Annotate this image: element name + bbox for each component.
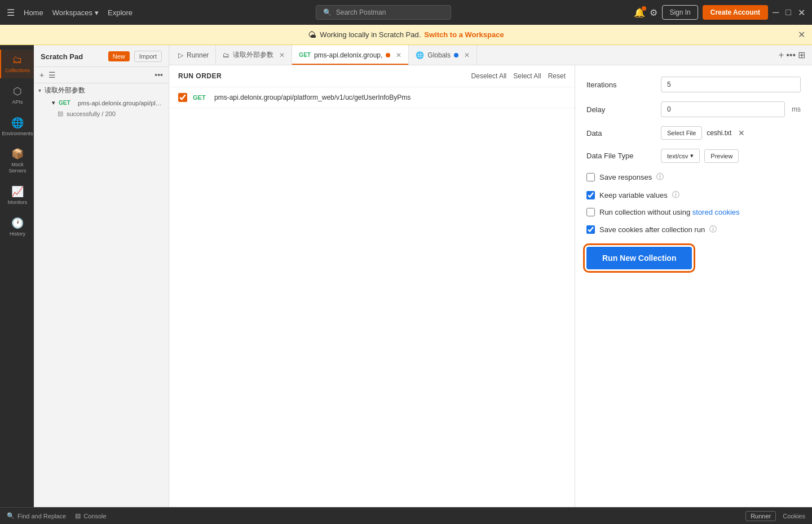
keep-variable-row: Keep variable values ⓘ xyxy=(586,190,801,200)
data-type-row: text/csv ▾ Preview xyxy=(661,149,801,163)
sidebar-item-mock-servers[interactable]: 📦 Mock Servers xyxy=(0,143,34,179)
get-method-badge: GET xyxy=(59,100,74,106)
add-collection-button[interactable]: + xyxy=(39,70,44,79)
save-responses-checkbox[interactable] xyxy=(586,173,595,181)
console-item[interactable]: ▤ Console xyxy=(75,512,106,519)
reset-button[interactable]: Reset xyxy=(548,72,566,80)
run-without-cookies-checkbox[interactable] xyxy=(586,208,595,216)
delay-row: Delay ms xyxy=(586,101,801,117)
sidebar-apis-label: APIs xyxy=(12,99,23,105)
more-options-button[interactable]: ••• xyxy=(155,70,163,79)
close-button[interactable]: ✕ xyxy=(798,7,805,18)
delay-input[interactable] xyxy=(661,101,785,117)
globals-tab-close[interactable]: ✕ xyxy=(464,51,470,59)
globals-tab-icon: 🌐 xyxy=(416,51,424,59)
icon-sidebar: 🗂 Collections ⬡ APIs 🌐 Environments 📦 Mo… xyxy=(0,45,34,507)
tab-actions: + ••• ⊞ xyxy=(779,50,810,60)
find-replace-item[interactable]: 🔍 Find and Replace xyxy=(7,512,66,519)
tab-globals[interactable]: 🌐 Globals ✕ xyxy=(409,45,477,65)
bottom-bar: 🔍 Find and Replace ▤ Console Runner Cook… xyxy=(0,507,812,524)
iterations-row: Iterations xyxy=(586,77,801,92)
notice-text: Working locally in Scratch Pad. xyxy=(320,30,421,39)
sidebar-environments-label: Environments xyxy=(2,131,33,137)
title-bar-right: 🔔 ⚙ Sign In Create Account ─ □ ✕ xyxy=(634,5,805,20)
response-icon: ▤ xyxy=(58,110,63,117)
save-responses-info[interactable]: ⓘ xyxy=(656,172,664,182)
save-responses-row: Save responses ⓘ xyxy=(586,172,801,182)
delay-suffix: ms xyxy=(792,105,801,113)
nav-home[interactable]: Home xyxy=(24,8,43,17)
runner-bottom-button[interactable]: Runner xyxy=(745,511,776,521)
notice-icon: 🌤 xyxy=(308,30,316,39)
run-new-collection-button[interactable]: Run New Collection xyxy=(586,247,692,269)
notice-bar: 🌤 Working locally in Scratch Pad. Switch… xyxy=(0,25,812,45)
request-tab-label: pms-api.delonix.group, xyxy=(314,51,382,59)
request-checkbox[interactable] xyxy=(178,93,187,102)
tab-request[interactable]: GET pms-api.delonix.group, ✕ xyxy=(292,45,409,65)
switch-workspace-link[interactable]: Switch to a Workspace xyxy=(424,30,504,39)
keep-variable-checkbox[interactable] xyxy=(586,191,595,199)
request-tab-close[interactable]: ✕ xyxy=(396,51,401,59)
request-tree-item[interactable]: ▾ GET pms-api.delonix.group/api/platf... xyxy=(34,97,169,108)
cookies-label[interactable]: Cookies xyxy=(783,513,805,519)
sidebar-item-collections[interactable]: 🗂 Collections xyxy=(0,50,34,78)
sidebar-collections-label: Collections xyxy=(5,68,30,74)
more-tabs-button[interactable]: ••• xyxy=(786,50,796,60)
nav-workspaces[interactable]: Workspaces ▾ xyxy=(52,8,99,17)
search-bar[interactable]: 🔍 Search Postman xyxy=(316,5,451,20)
collection-tab-label: 读取外部参数 xyxy=(233,50,273,60)
history-icon: 🕐 xyxy=(11,217,24,229)
data-file-type-row: Data File Type text/csv ▾ Preview xyxy=(586,149,801,163)
collection-tree-item[interactable]: ▾ 读取外部参数 xyxy=(34,83,169,97)
keep-variable-label: Keep variable values xyxy=(599,191,668,199)
panel-actions: New Import xyxy=(108,51,162,62)
data-type-select[interactable]: text/csv ▾ xyxy=(661,149,700,163)
sidebar-item-history[interactable]: 🕐 History xyxy=(0,212,34,242)
apis-icon: ⬡ xyxy=(13,85,22,97)
iterations-input[interactable] xyxy=(661,77,801,92)
chevron-down-icon: ▾ xyxy=(52,99,55,106)
save-cookies-checkbox[interactable] xyxy=(586,225,595,234)
select-all-button[interactable]: Select All xyxy=(513,72,541,80)
preview-button[interactable]: Preview xyxy=(704,149,739,163)
data-file-type-label: Data File Type xyxy=(586,152,654,160)
console-icon: ▤ xyxy=(75,512,81,519)
sidebar-history-label: History xyxy=(10,231,25,237)
deselect-all-button[interactable]: Deselect All xyxy=(471,72,507,80)
maximize-button[interactable]: □ xyxy=(785,7,791,17)
collection-tab-icon: 🗂 xyxy=(223,51,230,59)
bottom-right: Runner Cookies xyxy=(745,511,805,521)
import-button[interactable]: Import xyxy=(134,51,162,62)
menu-icon[interactable]: ☰ xyxy=(7,7,15,18)
globals-unsaved-dot xyxy=(454,53,458,57)
response-label: successfully / 200 xyxy=(67,110,116,117)
create-account-button[interactable]: Create Account xyxy=(703,5,768,20)
sidebar-item-monitors[interactable]: 📈 Monitors xyxy=(0,181,34,210)
select-file-button[interactable]: Select File xyxy=(661,126,702,140)
filter-button[interactable]: ☰ xyxy=(48,70,56,79)
notice-close-button[interactable]: ✕ xyxy=(798,29,805,40)
table-view-button[interactable]: ⊞ xyxy=(798,50,805,60)
keep-variable-info[interactable]: ⓘ xyxy=(672,190,679,200)
settings-button[interactable]: ⚙ xyxy=(650,7,657,18)
add-tab-button[interactable]: + xyxy=(779,50,784,60)
tab-runner[interactable]: ▷ Runner xyxy=(171,45,216,65)
nav-explore[interactable]: Explore xyxy=(108,8,133,17)
notification-button[interactable]: 🔔 xyxy=(634,7,645,18)
console-label: Console xyxy=(83,513,106,519)
sidebar-item-environments[interactable]: 🌐 Environments xyxy=(0,112,34,141)
run-order-actions: Deselect All Select All Reset xyxy=(471,72,566,80)
new-button[interactable]: New xyxy=(108,51,130,61)
save-cookies-info[interactable]: ⓘ xyxy=(709,224,717,234)
window-controls: ─ □ ✕ xyxy=(773,7,805,18)
sidebar-item-apis[interactable]: ⬡ APIs xyxy=(0,81,34,110)
response-tree-item[interactable]: ▤ successfully / 200 xyxy=(34,108,169,119)
request-url: pms-api.delonix.group/api/platform_web/v… xyxy=(214,94,411,101)
collection-tab-close[interactable]: ✕ xyxy=(279,51,285,59)
runner-tab-label: Runner xyxy=(187,51,209,59)
tab-collection[interactable]: 🗂 读取外部参数 ✕ xyxy=(216,45,292,65)
sign-in-button[interactable]: Sign In xyxy=(662,5,698,20)
minimize-button[interactable]: ─ xyxy=(773,7,779,17)
remove-file-button[interactable]: ✕ xyxy=(738,128,745,137)
panel-title: Scratch Pad xyxy=(41,52,83,61)
